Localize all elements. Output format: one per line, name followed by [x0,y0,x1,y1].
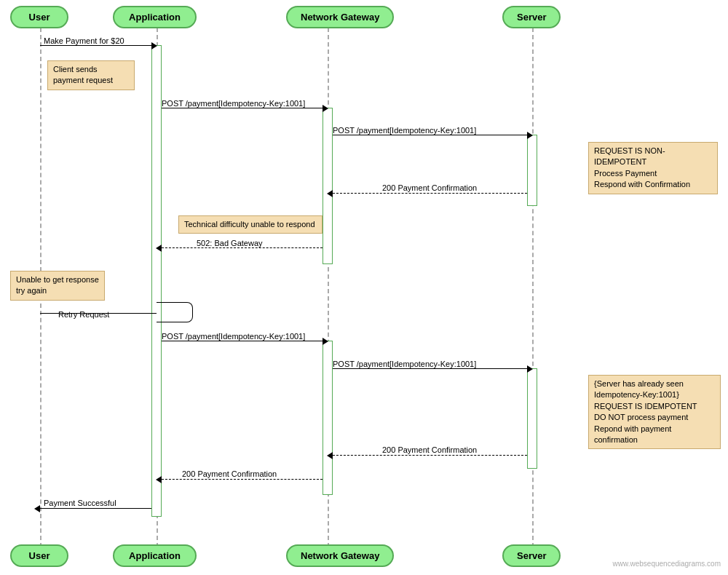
label-retry: Retry Request [58,310,109,319]
note-unable: Unable to get responsetry again [10,271,105,301]
label-payment-success: Payment Successful [44,499,116,507]
actor-app-top: Application [113,6,197,28]
label-post-gw-srv-2: POST /payment[Idempotency-Key:1001] [333,360,476,368]
sequence-diagram: User Application Network Gateway Server … [0,0,728,575]
actor-app-bot: Application [113,544,197,567]
watermark: www.websequencediagrams.com [613,560,721,568]
note-client-sends: Client sendspayment request [47,60,135,90]
label-post-2: POST /payment[Idempotency-Key:1001] [162,332,305,341]
arrow-502 [162,247,323,248]
actor-server-top: Server [502,6,561,28]
label-make-payment: Make Payment for $20 [44,36,124,45]
activation-app-1 [151,45,162,517]
label-200-srv-gw-2: 200 Payment Confirmation [382,445,477,454]
arrow-200-gw-app [162,479,323,480]
label-post-1: POST /payment[Idempotency-Key:1001] [162,99,305,108]
label-200-srv-gw-1: 200 Payment Confirmation [382,183,477,192]
actor-user-top: User [10,6,68,28]
activation-gateway-2 [323,341,333,495]
note-server-second: {Server has already seenIdempotency-Key:… [588,375,721,449]
arrow-200-srv-gw-1 [333,193,527,194]
arrow-post-2 [162,341,323,341]
arrow-200-srv-gw-2 [333,455,527,456]
activation-gateway-1 [323,108,333,264]
actor-gateway-top: Network Gateway [286,6,394,28]
actor-server-bot: Server [502,544,561,567]
actor-user-bot: User [10,544,68,567]
activation-server-1 [527,135,537,206]
note-tech-diff: Technical difficulty unable to respond [178,215,323,234]
arrow-make-payment [40,45,151,46]
label-200-gw-app: 200 Payment Confirmation [182,469,277,478]
arrow-payment-success [40,508,151,509]
arrow-post-gw-srv-1 [333,135,527,135]
arrow-post-1 [162,108,323,108]
self-arrow-retry [157,302,193,322]
label-post-gw-srv-1: POST /payment[Idempotency-Key:1001] [333,126,476,135]
actor-gateway-bot: Network Gateway [286,544,394,567]
lifeline-server [532,28,534,547]
arrow-post-gw-srv-2 [333,368,527,369]
note-server-first: REQUEST IS NON-IDEMPOTENTProcess Payment… [588,142,718,194]
retry-line [40,313,157,314]
activation-server-2 [527,368,537,469]
label-502: 502: Bad Gateway [197,239,263,247]
